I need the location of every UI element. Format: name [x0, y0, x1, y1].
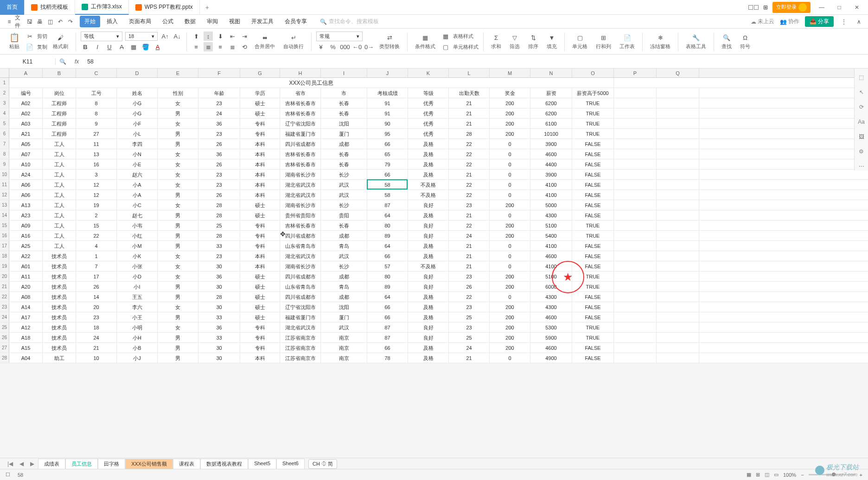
cell[interactable]: 4300	[530, 292, 572, 302]
strike-icon[interactable]: A̶	[117, 43, 126, 52]
cell[interactable]: 36	[198, 119, 240, 128]
cell[interactable]: 小J	[117, 353, 158, 363]
row-header[interactable]: 14	[0, 210, 9, 220]
row-header[interactable]: 26	[0, 333, 9, 342]
cell[interactable]: 专科	[240, 333, 280, 342]
cell[interactable]	[614, 272, 657, 281]
cell[interactable]: 良好	[408, 333, 449, 342]
zoom-value[interactable]: 100%	[783, 472, 796, 478]
row-header[interactable]: 15	[0, 221, 9, 230]
cell[interactable]: 4400	[530, 159, 572, 169]
cell[interactable]: 21	[449, 241, 490, 251]
cell[interactable]: 女	[158, 200, 198, 210]
sheet-tab[interactable]: Sheet6	[276, 459, 305, 469]
cell[interactable]: 男	[158, 221, 198, 230]
sheet-tab[interactable]: 员工信息	[65, 459, 98, 469]
cell[interactable]: 南京	[321, 343, 367, 353]
cell[interactable]: 本科	[240, 159, 280, 169]
minimize-button[interactable]: —	[815, 4, 828, 11]
cell[interactable]: 0	[490, 353, 530, 363]
row-header[interactable]: 7	[0, 139, 9, 149]
sum-icon[interactable]: Σ	[491, 33, 501, 42]
cell[interactable]: 200	[490, 98, 530, 108]
cell[interactable]: FALSE	[572, 149, 614, 159]
border-icon[interactable]: ▦	[129, 43, 138, 52]
cell[interactable]: 及格	[408, 241, 449, 251]
cell[interactable]: 小A	[117, 180, 158, 189]
fill-color-icon[interactable]: 🪣	[141, 43, 150, 52]
cell[interactable]: 小张	[117, 261, 158, 271]
row-header[interactable]: 17	[0, 241, 9, 251]
row-header[interactable]: 11	[0, 180, 9, 189]
cell[interactable]: 赵七	[117, 210, 158, 220]
cell[interactable]: 工人	[43, 149, 76, 159]
cell[interactable]: A11	[9, 272, 43, 281]
cell[interactable]: 小N	[117, 149, 158, 159]
cell[interactable]: TRUE	[572, 119, 614, 128]
format-painter-icon[interactable]: 🖌	[56, 33, 65, 42]
cell[interactable]	[614, 231, 657, 240]
cell[interactable]: 专科	[240, 221, 280, 230]
cell[interactable]	[614, 312, 657, 322]
hamburger-icon[interactable]: ≡	[5, 17, 14, 26]
cell[interactable]: 15	[76, 221, 117, 230]
col-header[interactable]: K	[408, 69, 449, 77]
cell[interactable]	[657, 108, 699, 118]
cell[interactable]: 91	[367, 98, 408, 108]
cell[interactable]: A05	[9, 139, 43, 149]
cell[interactable]: 95	[367, 129, 408, 139]
cell[interactable]: 0	[490, 149, 530, 159]
cell[interactable]: 22	[449, 190, 490, 200]
cloud-button[interactable]: ☁ 未上云	[751, 18, 774, 25]
cell[interactable]: A18	[9, 333, 43, 342]
cell[interactable]: 四川省成都市	[280, 292, 321, 302]
cell[interactable]: 优秀	[408, 119, 449, 128]
cell[interactable]: 工程师	[43, 129, 76, 139]
cell[interactable]: FALSE	[572, 353, 614, 363]
cell[interactable]: 25	[449, 333, 490, 342]
cell[interactable]: 长春	[321, 159, 367, 169]
merge-icon[interactable]: ⬌	[260, 33, 269, 42]
cell[interactable]: 女	[158, 261, 198, 271]
cell[interactable]: A02	[9, 98, 43, 108]
bold-icon[interactable]: B	[81, 43, 90, 52]
menu-tab-7[interactable]: 开发工具	[247, 16, 278, 27]
cell[interactable]: 薪资	[530, 88, 572, 98]
cell[interactable]	[657, 302, 699, 312]
cell[interactable]: 女	[158, 302, 198, 312]
cell[interactable]: 23	[198, 180, 240, 189]
cell[interactable]: 26	[449, 282, 490, 291]
cell[interactable]: 80	[367, 272, 408, 281]
cell[interactable]: 3900	[530, 170, 572, 179]
cell[interactable]: 李四	[117, 139, 158, 149]
cell[interactable]: 78	[367, 353, 408, 363]
cell[interactable]	[614, 129, 657, 139]
cell[interactable]: 吉林省长春市	[280, 221, 321, 230]
cell[interactable]	[657, 343, 699, 353]
cell[interactable]: FALSE	[572, 302, 614, 312]
cell[interactable]: 沈阳	[321, 302, 367, 312]
cell[interactable]: 200	[490, 272, 530, 281]
cell[interactable]: 21	[449, 108, 490, 118]
cell[interactable]: A15	[9, 343, 43, 353]
cell[interactable]: 专科	[240, 322, 280, 332]
cell[interactable]: 技术员	[43, 312, 76, 322]
row-header[interactable]: 20	[0, 272, 9, 281]
view-layout-icon[interactable]: ◫	[765, 472, 769, 478]
cell[interactable]: 专科	[240, 241, 280, 251]
cell[interactable]: 男	[158, 241, 198, 251]
cell[interactable]: 成都	[321, 292, 367, 302]
cell[interactable]	[614, 139, 657, 149]
cell[interactable]: 2	[76, 210, 117, 220]
comma-icon[interactable]: 000	[340, 43, 350, 52]
cell[interactable]: 5900	[530, 333, 572, 342]
sheet-tab[interactable]: Sheet5	[248, 459, 276, 469]
cell[interactable]: 助工	[43, 353, 76, 363]
cell[interactable]: TRUE	[572, 129, 614, 139]
cell[interactable]: 不及格	[408, 190, 449, 200]
cell[interactable]: 0	[490, 190, 530, 200]
cell[interactable]	[614, 302, 657, 312]
cell[interactable]: 赵六	[117, 170, 158, 179]
cell[interactable]: 12	[76, 180, 117, 189]
cell[interactable]: 89	[367, 231, 408, 240]
